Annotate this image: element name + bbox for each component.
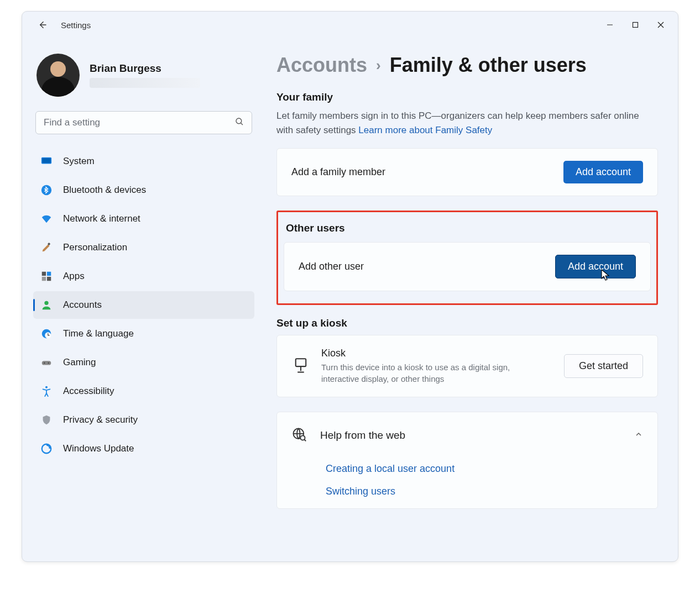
search-icon bbox=[234, 117, 244, 129]
settings-window: Settings Brian Burgess bbox=[22, 11, 678, 562]
sidebar-item-label: Windows Update bbox=[63, 443, 134, 454]
monitor-icon bbox=[40, 155, 53, 168]
add-family-account-button[interactable]: Add account bbox=[563, 161, 643, 183]
sidebar-item-label: Network & internet bbox=[63, 213, 140, 224]
search-box bbox=[35, 111, 252, 134]
sidebar-item-label: Gaming bbox=[63, 357, 96, 368]
other-users-highlight: Other users Add other user Add account bbox=[276, 211, 658, 305]
add-other-account-button[interactable]: Add account bbox=[555, 255, 636, 278]
chevron-up-icon bbox=[634, 430, 643, 441]
wifi-icon bbox=[40, 212, 53, 225]
kiosk-description: Turn this device into a kiosk to use as … bbox=[321, 361, 531, 385]
svg-point-18 bbox=[44, 362, 45, 364]
avatar bbox=[36, 54, 80, 97]
sidebar-item-label: Privacy & security bbox=[63, 414, 138, 425]
svg-point-14 bbox=[44, 301, 48, 305]
add-other-user-label: Add other user bbox=[299, 261, 364, 272]
person-icon bbox=[40, 298, 53, 312]
globe-search-icon bbox=[291, 427, 307, 444]
chevron-right-icon: › bbox=[376, 57, 381, 74]
sidebar: Brian Burgess System bbox=[22, 38, 261, 561]
profile-block[interactable]: Brian Burgess bbox=[33, 44, 254, 109]
kiosk-section-title: Set up a kiosk bbox=[276, 317, 658, 329]
kiosk-title: Kiosk bbox=[321, 348, 531, 359]
svg-line-27 bbox=[304, 439, 306, 441]
minimize-icon bbox=[607, 22, 613, 28]
page-title: Family & other users bbox=[390, 54, 587, 77]
other-users-title: Other users bbox=[286, 222, 651, 234]
sidebar-item-label: Time & language bbox=[63, 328, 134, 339]
add-other-user-card: Add other user Add account bbox=[284, 242, 651, 291]
breadcrumb: Accounts › Family & other users bbox=[276, 54, 658, 77]
sidebar-item-personalization[interactable]: Personalization bbox=[33, 234, 254, 261]
sidebar-item-network[interactable]: Network & internet bbox=[33, 205, 254, 233]
brush-icon bbox=[40, 241, 53, 254]
kiosk-card: Kiosk Turn this device into a kiosk to u… bbox=[276, 335, 658, 397]
sidebar-item-time[interactable]: Time & language bbox=[33, 320, 254, 348]
svg-rect-11 bbox=[47, 272, 51, 276]
svg-line-5 bbox=[241, 123, 243, 125]
add-family-card: Add a family member Add account bbox=[276, 148, 658, 196]
sidebar-item-label: Accounts bbox=[63, 299, 102, 311]
accessibility-icon bbox=[40, 385, 53, 398]
family-safety-link[interactable]: Learn more about Family Safety bbox=[358, 125, 492, 135]
sidebar-item-privacy[interactable]: Privacy & security bbox=[33, 406, 254, 434]
help-links: Creating a local user account Switching … bbox=[326, 463, 643, 497]
close-icon bbox=[657, 22, 664, 28]
sidebar-item-accessibility[interactable]: Accessibility bbox=[33, 377, 254, 405]
svg-point-4 bbox=[236, 118, 242, 124]
minimize-button[interactable] bbox=[597, 14, 623, 35]
title-bar: Settings bbox=[22, 12, 678, 38]
sidebar-item-label: Apps bbox=[63, 271, 85, 282]
profile-email-redacted bbox=[90, 78, 200, 88]
sidebar-item-gaming[interactable]: Gaming bbox=[33, 349, 254, 376]
sidebar-item-label: Bluetooth & devices bbox=[63, 185, 146, 196]
profile-name: Brian Burgess bbox=[90, 62, 200, 75]
maximize-button[interactable] bbox=[623, 14, 648, 35]
window-title: Settings bbox=[61, 20, 91, 30]
back-arrow-icon bbox=[36, 19, 48, 30]
nav-list: System Bluetooth & devices Network & int… bbox=[33, 148, 254, 462]
main-panel: Accounts › Family & other users Your fam… bbox=[261, 38, 678, 561]
clock-globe-icon bbox=[40, 327, 53, 340]
svg-rect-10 bbox=[42, 272, 46, 276]
help-card: Help from the web Creating a local user … bbox=[276, 412, 658, 509]
help-link-switching-users[interactable]: Switching users bbox=[326, 486, 643, 497]
svg-rect-13 bbox=[47, 277, 51, 281]
breadcrumb-parent[interactable]: Accounts bbox=[276, 54, 367, 77]
sidebar-item-label: Personalization bbox=[63, 242, 127, 253]
help-link-local-account[interactable]: Creating a local user account bbox=[326, 463, 643, 475]
back-button[interactable] bbox=[32, 15, 52, 35]
kiosk-get-started-button[interactable]: Get started bbox=[564, 354, 643, 378]
help-header[interactable]: Help from the web bbox=[291, 427, 643, 444]
help-title: Help from the web bbox=[320, 429, 405, 441]
close-button[interactable] bbox=[648, 14, 673, 35]
svg-rect-7 bbox=[42, 158, 51, 163]
sidebar-item-label: Accessibility bbox=[63, 386, 114, 397]
gamepad-icon bbox=[40, 356, 53, 369]
kiosk-icon bbox=[291, 358, 310, 374]
svg-point-20 bbox=[45, 386, 48, 388]
search-input[interactable] bbox=[35, 111, 252, 134]
maximize-icon bbox=[632, 22, 639, 28]
svg-point-19 bbox=[48, 362, 49, 364]
sidebar-item-update[interactable]: Windows Update bbox=[33, 435, 254, 462]
family-section-title: Your family bbox=[276, 91, 658, 103]
sidebar-item-system[interactable]: System bbox=[33, 148, 254, 175]
window-controls bbox=[597, 14, 673, 35]
sidebar-item-bluetooth[interactable]: Bluetooth & devices bbox=[33, 176, 254, 204]
apps-icon bbox=[40, 270, 53, 283]
add-family-label: Add a family member bbox=[291, 166, 385, 178]
shield-icon bbox=[40, 413, 53, 427]
svg-rect-17 bbox=[42, 361, 51, 365]
svg-rect-22 bbox=[296, 359, 306, 366]
family-description: Let family members sign in to this PC—or… bbox=[276, 109, 658, 138]
svg-rect-12 bbox=[42, 277, 46, 281]
svg-point-26 bbox=[300, 435, 305, 440]
sidebar-item-apps[interactable]: Apps bbox=[33, 262, 254, 290]
svg-rect-1 bbox=[633, 23, 638, 28]
sidebar-item-accounts[interactable]: Accounts bbox=[33, 291, 254, 319]
sidebar-item-label: System bbox=[63, 156, 95, 167]
bluetooth-icon bbox=[40, 183, 53, 197]
update-icon bbox=[40, 442, 53, 455]
